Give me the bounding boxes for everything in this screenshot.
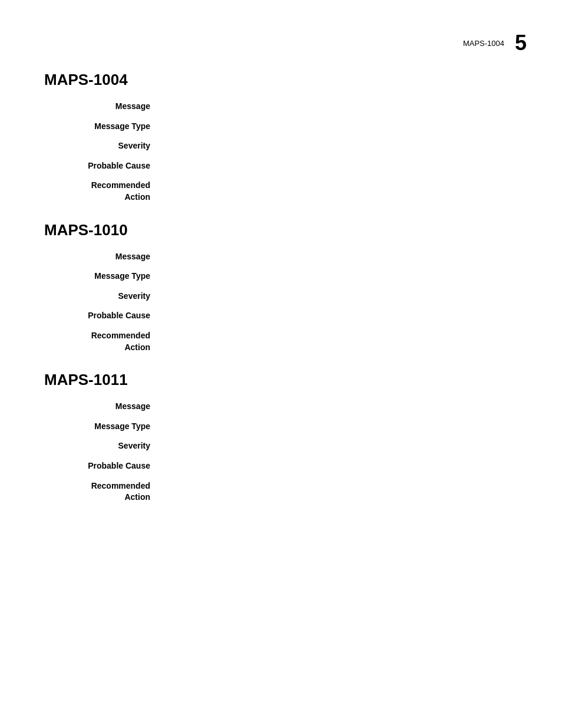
entry-maps-1004-title: MAPS-1004 [44, 71, 527, 89]
main-content: MAPS-1004MessageMessage TypeSeverityProb… [0, 0, 562, 503]
entry-maps-1010-field-label-1: Message Type [44, 271, 162, 282]
entry-maps-1010-field-label-4: Recommended Action [44, 330, 162, 353]
entry-maps-1011-field-0: Message [44, 401, 527, 413]
entry-maps-1004-field-label-4: Recommended Action [44, 180, 162, 203]
entry-maps-1010-field-3: Probable Cause [44, 310, 527, 322]
entry-maps-1004-field-label-0: Message [44, 101, 162, 113]
entry-maps-1010-field-0: Message [44, 251, 527, 263]
entry-maps-1011-field-value-0 [162, 401, 527, 413]
entry-maps-1011: MAPS-1011MessageMessage TypeSeverityProb… [44, 371, 527, 503]
entry-maps-1004-field-value-1 [162, 121, 527, 133]
entry-maps-1010-field-value-3 [162, 310, 527, 322]
entry-maps-1004-field-value-0 [162, 101, 527, 113]
page-header-label: MAPS-1004 [463, 39, 504, 48]
entry-maps-1004-field-1: Message Type [44, 121, 527, 133]
entry-maps-1011-field-value-2 [162, 440, 527, 452]
page-header: MAPS-1004 5 [463, 32, 527, 54]
entry-maps-1011-field-value-1 [162, 421, 527, 433]
entry-maps-1004-field-value-2 [162, 140, 527, 152]
entry-maps-1011-field-1: Message Type [44, 421, 527, 433]
entry-maps-1010-field-value-4 [162, 330, 527, 353]
entry-maps-1010-field-value-1 [162, 271, 527, 282]
entry-maps-1010-field-4: Recommended Action [44, 330, 527, 353]
entry-maps-1011-field-label-2: Severity [44, 440, 162, 452]
entry-maps-1010-title: MAPS-1010 [44, 221, 527, 239]
entry-maps-1011-field-label-4: Recommended Action [44, 480, 162, 503]
entry-maps-1004-field-label-3: Probable Cause [44, 160, 162, 172]
page-number: 5 [515, 32, 527, 54]
entry-maps-1004-field-2: Severity [44, 140, 527, 152]
entry-maps-1010-field-2: Severity [44, 291, 527, 302]
entry-maps-1011-field-label-3: Probable Cause [44, 460, 162, 472]
entry-maps-1004-field-label-1: Message Type [44, 121, 162, 133]
entry-maps-1004: MAPS-1004MessageMessage TypeSeverityProb… [44, 71, 527, 203]
entry-maps-1011-field-4: Recommended Action [44, 480, 527, 503]
entry-maps-1011-title: MAPS-1011 [44, 371, 527, 389]
entry-maps-1004-field-value-3 [162, 160, 527, 172]
entry-maps-1004-field-value-4 [162, 180, 527, 203]
entry-maps-1011-field-label-1: Message Type [44, 421, 162, 433]
entry-maps-1011-field-2: Severity [44, 440, 527, 452]
entry-maps-1010-field-value-2 [162, 291, 527, 302]
entry-maps-1004-field-3: Probable Cause [44, 160, 527, 172]
entry-maps-1011-field-label-0: Message [44, 401, 162, 413]
entry-maps-1011-field-3: Probable Cause [44, 460, 527, 472]
entry-maps-1010-field-label-2: Severity [44, 291, 162, 302]
entry-maps-1010-field-1: Message Type [44, 271, 527, 282]
entry-maps-1004-field-label-2: Severity [44, 140, 162, 152]
entry-maps-1010: MAPS-1010MessageMessage TypeSeverityProb… [44, 221, 527, 354]
entry-maps-1011-field-value-4 [162, 480, 527, 503]
entry-maps-1004-field-4: Recommended Action [44, 180, 527, 203]
entry-maps-1004-field-0: Message [44, 101, 527, 113]
entry-maps-1010-field-value-0 [162, 251, 527, 263]
entry-maps-1010-field-label-3: Probable Cause [44, 310, 162, 322]
entry-maps-1011-field-value-3 [162, 460, 527, 472]
entry-maps-1010-field-label-0: Message [44, 251, 162, 263]
